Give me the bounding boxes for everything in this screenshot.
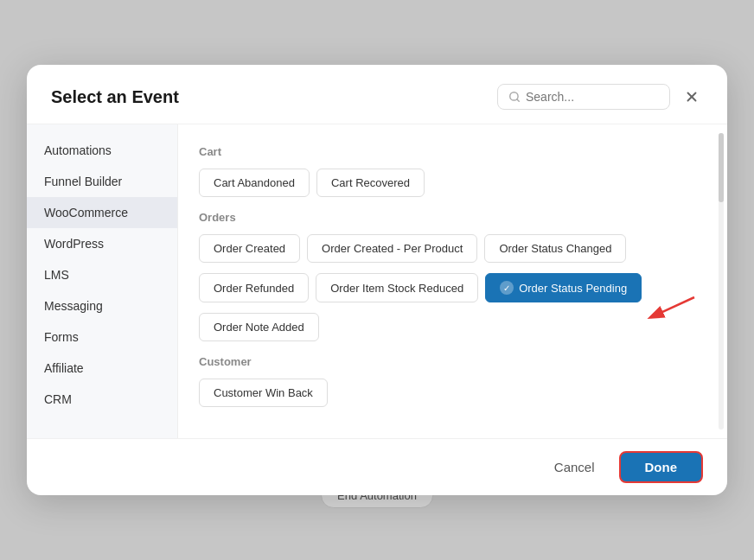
cart-section-label: Cart [199,145,694,158]
modal-title: Select an Event [51,87,179,107]
scrollbar-thumb [719,133,724,202]
cart-recovered-button[interactable]: Cart Recovered [316,169,425,197]
content-wrapper: Cart Cart Abandoned Cart Recovered Order… [178,124,727,438]
close-button[interactable] [681,86,703,108]
sidebar-item-affiliate[interactable]: Affiliate [27,353,177,384]
sidebar: Automations Funnel Builder WooCommerce W… [27,124,178,438]
search-icon [508,91,521,103]
order-status-changed-button[interactable]: Order Status Changed [484,234,626,263]
order-refunded-button[interactable]: Order Refunded [199,273,309,302]
customer-events-row: Customer Win Back [199,379,694,407]
order-note-added-button[interactable]: Order Note Added [199,313,319,341]
order-created-button[interactable]: Order Created [199,234,300,263]
close-icon [684,89,700,105]
sidebar-item-lms[interactable]: LMS [27,259,177,290]
scrollbar-track [719,133,724,430]
search-box [497,84,670,110]
modal: Select an Event Automations [27,65,727,495]
orders-events-row-3: Order Note Added [199,313,694,341]
order-status-pending-button[interactable]: ✓ Order Status Pending [485,273,642,302]
sidebar-item-automations[interactable]: Automations [27,135,177,166]
orders-section: Orders Order Created Order Created - Per… [199,211,694,341]
sidebar-item-woocommerce[interactable]: WooCommerce [27,197,177,228]
sidebar-item-messaging[interactable]: Messaging [27,290,177,321]
sidebar-item-crm[interactable]: CRM [27,384,177,415]
orders-events-row-1: Order Created Order Created - Per Produc… [199,234,694,263]
modal-footer: Cancel Done [27,438,727,495]
check-icon: ✓ [500,281,514,295]
scrollbar[interactable] [715,124,727,438]
sidebar-item-funnel-builder[interactable]: Funnel Builder [27,166,177,197]
done-button[interactable]: Done [619,451,704,483]
modal-body: Automations Funnel Builder WooCommerce W… [27,124,727,438]
customer-section-label: Customer [199,355,694,368]
sidebar-item-forms[interactable]: Forms [27,321,177,353]
customer-win-back-button[interactable]: Customer Win Back [199,379,328,407]
svg-line-1 [517,99,520,102]
orders-events-row-2: Order Refunded Order Item Stock Reduced … [199,273,694,302]
modal-overlay: Select an Event Automations [0,0,754,560]
sidebar-item-wordpress[interactable]: WordPress [27,228,177,259]
search-input[interactable] [526,90,659,104]
cart-section: Cart Cart Abandoned Cart Recovered [199,145,694,197]
order-created-per-product-button[interactable]: Order Created - Per Product [307,234,477,263]
customer-section: Customer Customer Win Back [199,355,694,407]
cart-events-row: Cart Abandoned Cart Recovered [199,169,694,197]
cart-abandoned-button[interactable]: Cart Abandoned [199,169,310,197]
orders-section-label: Orders [199,211,694,224]
order-item-stock-reduced-button[interactable]: Order Item Stock Reduced [316,273,478,302]
modal-header: Select an Event [27,65,727,124]
content-area: Cart Cart Abandoned Cart Recovered Order… [178,124,715,438]
cancel-button[interactable]: Cancel [540,453,609,481]
header-right [497,84,703,110]
